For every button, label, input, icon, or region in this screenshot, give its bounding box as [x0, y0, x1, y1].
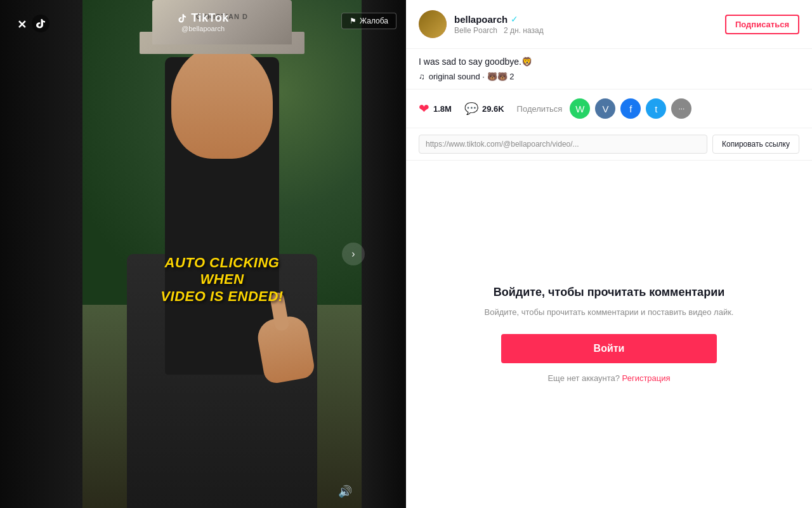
- auto-click-line2: VIDEO IS ENDED!: [152, 288, 292, 305]
- sound-row[interactable]: ♫ original sound · 🐻🐻 2: [419, 72, 799, 81]
- right-panel: bellapoarch ✓ Belle Poarch 2 дн. назад П…: [406, 0, 812, 508]
- comments-stat[interactable]: 💬 29.6K: [464, 102, 504, 116]
- share-whatsapp-button[interactable]: W: [570, 98, 590, 119]
- tiktok-handle: @bellapoarch: [181, 25, 225, 32]
- register-link[interactable]: Регистрация: [622, 373, 671, 383]
- profile-username[interactable]: bellapoarch: [454, 14, 508, 25]
- share-vk-button[interactable]: V: [595, 98, 615, 119]
- avatar-image: [419, 10, 447, 38]
- close-button[interactable]: ✕: [13, 16, 30, 34]
- url-input[interactable]: [419, 135, 707, 154]
- share-label: Поделиться: [517, 104, 563, 114]
- no-account-text: Еще нет аккаунта?: [547, 373, 620, 383]
- likes-stat[interactable]: ❤ 1.8M: [419, 101, 452, 116]
- auto-click-line1: AUTO CLICKING WHEN: [152, 255, 292, 288]
- video-blur-left: [0, 0, 82, 508]
- stats-row: ❤ 1.8M 💬 29.6K Поделиться W V f t ···: [406, 90, 812, 128]
- tiktok-logo-icon: [177, 13, 187, 23]
- next-chevron-icon: ›: [351, 248, 355, 260]
- auto-click-overlay: AUTO CLICKING WHEN VIDEO IS ENDED!: [152, 255, 292, 305]
- tiktok-brand-name: TikTok: [191, 11, 228, 25]
- person-face: [171, 44, 273, 159]
- video-area: CHRISTIAN D AUTO CLICKING WHEN VIDEO IS …: [0, 0, 406, 508]
- report-flag-icon: ⚑: [350, 17, 357, 25]
- next-video-button[interactable]: ›: [342, 243, 365, 265]
- profile-display-name: Belle Poarch: [454, 26, 497, 35]
- comments-count: 29.6K: [482, 104, 504, 114]
- video-blur-right: [362, 0, 406, 508]
- volume-icon[interactable]: 🔊: [338, 485, 352, 498]
- profile-info: bellapoarch ✓ Belle Poarch 2 дн. назад: [454, 14, 717, 35]
- report-label: Жалоба: [360, 17, 388, 25]
- likes-count: 1.8M: [433, 104, 452, 114]
- svg-point-0: [32, 15, 49, 32]
- copy-link-button[interactable]: Копировать ссылку: [712, 135, 799, 154]
- heart-icon: ❤: [419, 101, 429, 116]
- comments-subtitle: Войдите, чтобы прочитать комментарии и п…: [485, 307, 734, 318]
- video-frame: CHRISTIAN D AUTO CLICKING WHEN VIDEO IS …: [82, 0, 362, 508]
- login-button[interactable]: Войти: [501, 334, 717, 363]
- report-button[interactable]: ⚑ Жалоба: [341, 13, 396, 29]
- profile-time-ago: 2 дн. назад: [504, 26, 544, 35]
- register-row: Еще нет аккаунта? Регистрация: [547, 373, 670, 383]
- tiktok-logo-area: TikTok @bellapoarch: [177, 11, 228, 32]
- share-facebook-button[interactable]: f: [620, 98, 641, 119]
- caption-text: I was sad to say goodbye.🦁: [419, 57, 799, 67]
- url-row: Копировать ссылку: [406, 128, 812, 161]
- share-icons-row: W V f t ···: [570, 98, 691, 119]
- caption-area: I was sad to say goodbye.🦁 ♫ original so…: [406, 49, 812, 90]
- verified-icon: ✓: [511, 14, 518, 24]
- comments-section: Войдите, чтобы прочитать комментарии Вой…: [406, 161, 812, 508]
- avatar[interactable]: [419, 10, 447, 38]
- share-twitter-button[interactable]: t: [646, 98, 666, 119]
- comment-icon: 💬: [464, 102, 478, 116]
- share-more-button[interactable]: ···: [671, 98, 691, 119]
- profile-header: bellapoarch ✓ Belle Poarch 2 дн. назад П…: [406, 0, 812, 49]
- music-note-icon: ♫: [419, 72, 425, 81]
- sound-text: original sound · 🐻🐻 2: [429, 72, 514, 81]
- subscribe-button[interactable]: Подписаться: [725, 15, 799, 34]
- tiktok-small-icon: [32, 15, 49, 32]
- comments-title: Войдите, чтобы прочитать комментарии: [494, 286, 725, 299]
